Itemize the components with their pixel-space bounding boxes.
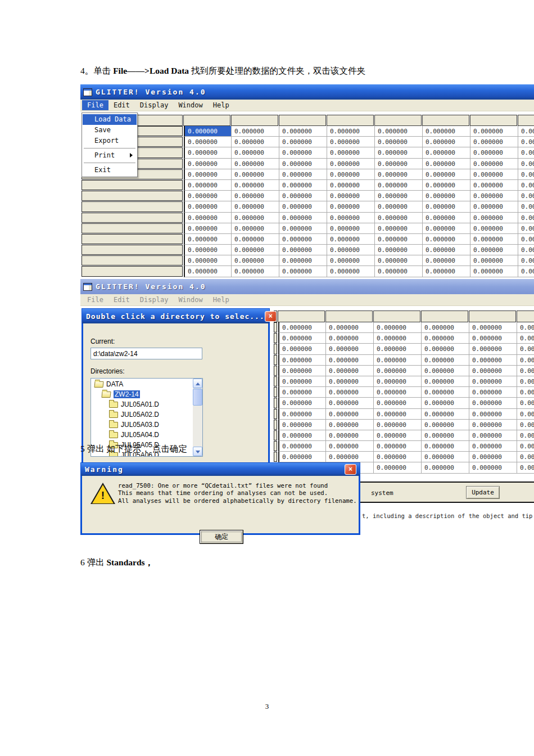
- grid-cell[interactable]: 0.000000: [518, 213, 534, 223]
- grid-cell[interactable]: 0.000000: [232, 255, 279, 266]
- grid-cell[interactable]: 0.000000: [232, 137, 279, 147]
- grid-cell[interactable]: 0.000000: [470, 234, 518, 245]
- column-header-cell[interactable]: [231, 115, 278, 126]
- grid-cell[interactable]: 0.000000: [423, 201, 470, 212]
- grid-cell[interactable]: 0.000000: [517, 441, 534, 452]
- column-header-cell[interactable]: [470, 115, 517, 126]
- grid-cell[interactable]: 0.000000: [184, 126, 232, 137]
- menu-item-save[interactable]: Save: [83, 125, 137, 136]
- window2-titlebar[interactable]: GLITTER! Version 4.0: [80, 279, 534, 294]
- row-header-cell[interactable]: [82, 255, 183, 266]
- grid-cell[interactable]: 0.000000: [184, 159, 232, 169]
- row-header-cell[interactable]: [274, 409, 277, 419]
- grid-cell[interactable]: 0.000000: [184, 266, 232, 277]
- grid-cell[interactable]: 0.000000: [518, 159, 534, 169]
- grid-cell[interactable]: 0.000000: [374, 441, 422, 452]
- grid-cell[interactable]: 0.000000: [374, 387, 422, 398]
- grid-cell[interactable]: 0.000000: [470, 126, 518, 137]
- grid-cell[interactable]: 0.000000: [375, 245, 423, 255]
- column-header-cell[interactable]: [373, 310, 420, 322]
- grid-cell[interactable]: 0.000000: [518, 234, 534, 245]
- grid-cell[interactable]: 0.000000: [469, 409, 517, 420]
- grid-cell[interactable]: 0.000000: [423, 266, 470, 277]
- grid-cell[interactable]: 0.000000: [232, 245, 279, 255]
- grid-cell[interactable]: 0.000000: [422, 376, 469, 387]
- grid-cell[interactable]: 0.000000: [374, 409, 422, 420]
- grid-cell[interactable]: 0.000000: [279, 180, 327, 191]
- grid-cell[interactable]: 0.000000: [518, 180, 534, 191]
- grid-cell[interactable]: 0.000000: [469, 344, 517, 354]
- grid-cell[interactable]: 0.000000: [232, 147, 279, 158]
- grid-cell[interactable]: 0.000000: [327, 191, 375, 201]
- grid-cell[interactable]: 0.000000: [423, 147, 470, 158]
- grid-cell[interactable]: 0.000000: [327, 201, 375, 212]
- grid-cell[interactable]: 0.000000: [374, 462, 422, 473]
- menubar-item-help[interactable]: Help: [208, 295, 234, 305]
- column-header-cell[interactable]: [469, 310, 516, 322]
- grid-cell[interactable]: 0.000000: [232, 159, 279, 169]
- grid-cell[interactable]: 0.000000: [422, 452, 469, 462]
- grid-cell[interactable]: 0.000000: [470, 213, 518, 223]
- grid-cell[interactable]: 0.000000: [278, 452, 326, 462]
- grid-cell[interactable]: 0.000000: [518, 147, 534, 158]
- grid-cell[interactable]: 0.000000: [327, 159, 375, 169]
- grid-cell[interactable]: 0.000000: [374, 355, 422, 366]
- grid-cell[interactable]: 0.000000: [423, 191, 470, 201]
- grid-cell[interactable]: 0.000000: [184, 169, 232, 180]
- grid-cell[interactable]: 0.000000: [470, 137, 518, 147]
- grid-cell[interactable]: 0.000000: [326, 344, 374, 354]
- grid-cell[interactable]: 0.000000: [422, 355, 469, 366]
- column-header-cell[interactable]: [374, 115, 422, 126]
- current-path-input[interactable]: [90, 348, 202, 359]
- menubar-item-edit[interactable]: Edit: [108, 295, 135, 305]
- grid-cell[interactable]: 0.000000: [422, 409, 469, 420]
- grid-cell[interactable]: 0.000000: [278, 376, 326, 387]
- menubar-item-window[interactable]: Window: [173, 295, 207, 305]
- grid-cell[interactable]: 0.000000: [279, 169, 327, 180]
- grid-cell[interactable]: 0.000000: [470, 180, 518, 191]
- row-header-cell[interactable]: [82, 180, 183, 190]
- grid-cell[interactable]: 0.000000: [470, 147, 518, 158]
- grid-cell[interactable]: 0.000000: [232, 234, 279, 245]
- row-header-cell[interactable]: [274, 344, 277, 354]
- grid-cell[interactable]: 0.000000: [375, 266, 423, 277]
- grid-cell[interactable]: 0.000000: [423, 213, 470, 223]
- grid-cell[interactable]: 0.000000: [184, 147, 232, 158]
- grid-cell[interactable]: 0.000000: [423, 137, 470, 147]
- column-header-cell[interactable]: [327, 115, 374, 126]
- grid-cell[interactable]: 0.000000: [423, 126, 470, 137]
- directory-item-jul05a04.d[interactable]: JUL05A04.D: [91, 429, 202, 439]
- grid-cell[interactable]: 0.000000: [423, 234, 470, 245]
- grid-cell[interactable]: 0.000000: [422, 387, 469, 398]
- grid-cell[interactable]: 0.000000: [327, 169, 375, 180]
- grid-cell[interactable]: 0.000000: [375, 126, 423, 137]
- grid-cell[interactable]: 0.000000: [374, 344, 422, 354]
- column-header-cell[interactable]: [421, 310, 468, 322]
- grid-cell[interactable]: 0.000000: [422, 398, 469, 408]
- grid-cell[interactable]: 0.000000: [279, 126, 327, 137]
- grid-cell[interactable]: 0.000000: [326, 430, 374, 441]
- grid-cell[interactable]: 0.000000: [327, 147, 375, 158]
- menubar-item-window[interactable]: Window: [173, 100, 207, 110]
- grid-cell[interactable]: 0.000000: [469, 462, 517, 473]
- grid-cell[interactable]: 0.000000: [518, 169, 534, 180]
- row-header-cell[interactable]: [82, 223, 183, 233]
- grid-cell[interactable]: 0.000000: [327, 223, 375, 234]
- menu-item-export[interactable]: Export: [83, 136, 137, 146]
- grid-cell[interactable]: 0.000000: [279, 191, 327, 201]
- row-header-cell[interactable]: [82, 201, 183, 212]
- row-header-cell[interactable]: [274, 387, 277, 397]
- grid-cell[interactable]: 0.000000: [184, 255, 232, 266]
- grid-cell[interactable]: 0.000000: [326, 366, 374, 376]
- row-header-cell[interactable]: [274, 452, 277, 462]
- grid-cell[interactable]: 0.000000: [374, 376, 422, 387]
- grid-cell[interactable]: 0.000000: [517, 420, 534, 430]
- grid-cell[interactable]: 0.000000: [422, 430, 469, 441]
- grid-cell[interactable]: 0.000000: [279, 223, 327, 234]
- grid-cell[interactable]: 0.000000: [375, 191, 423, 201]
- grid-cell[interactable]: 0.000000: [423, 180, 470, 191]
- grid-cell[interactable]: 0.000000: [279, 255, 327, 266]
- grid-cell[interactable]: 0.000000: [374, 333, 422, 344]
- grid-cell[interactable]: 0.000000: [326, 441, 374, 452]
- grid-cell[interactable]: 0.000000: [184, 137, 232, 147]
